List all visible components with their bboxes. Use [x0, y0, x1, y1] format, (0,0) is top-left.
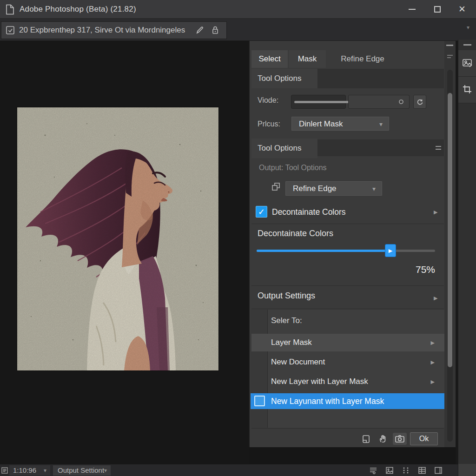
- lock-icon[interactable]: [211, 25, 220, 35]
- menu-item-label: Layer Mask: [271, 334, 312, 351]
- output-settings-header[interactable]: Output Settings: [258, 291, 315, 301]
- decontaminate-slider-heading: Decontainate Colors: [258, 229, 333, 238]
- scrollbar-track[interactable]: [447, 70, 453, 442]
- document-bar: 20 Expbrenthep 317, Sirve Ot via Mordnin…: [0, 19, 476, 41]
- menu-item-new-layer-with-layer-mask[interactable]: New Layer with Layer Mask ▶: [251, 373, 445, 390]
- doc-check-icon: [6, 26, 15, 35]
- decontaminate-label: Decontainate Colors: [272, 207, 346, 217]
- decontaminate-slider[interactable]: ▶: [257, 250, 435, 252]
- panel-scroll-strip: [444, 41, 456, 447]
- tab-mask[interactable]: Mask: [289, 50, 326, 68]
- maximize-icon: [434, 6, 441, 13]
- document-title: 20 Expbrenthep 317, Sirve Ot via Mordnin…: [19, 22, 185, 39]
- menu-item-label: New Layunant with Layer Mask: [271, 393, 384, 409]
- canvas-area[interactable]: [0, 41, 249, 464]
- toolbar-bottom-block: [458, 464, 476, 476]
- chevron-right-icon: ▶: [431, 353, 435, 371]
- caret-down-icon: ▾: [44, 465, 46, 476]
- panel-menu-dash-icon[interactable]: [446, 45, 453, 46]
- status-bar: 1:10:96 ▾ Output Settiont ▾: [0, 464, 458, 476]
- output-select[interactable]: Output Settiont ▾: [53, 465, 111, 476]
- image-properties-icon: [462, 57, 474, 69]
- chevron-right-icon[interactable]: ▶: [434, 209, 437, 215]
- output-caption: Output: Tool Options: [259, 164, 327, 172]
- menu-item-label: New Layer with Layer Mask: [271, 373, 368, 390]
- tool-options-strip: [317, 69, 444, 88]
- menu-item-layer-mask[interactable]: Layer Mask ▶: [251, 334, 445, 351]
- divider: [251, 309, 444, 309]
- refine-value: Refine Edge: [293, 181, 337, 196]
- tool-options-strip2: [317, 139, 444, 156]
- divider: [251, 428, 444, 429]
- minimize-icon: [409, 9, 416, 10]
- close-button[interactable]: ✕: [453, 0, 472, 19]
- preset-label: Prlcus:: [258, 120, 280, 128]
- tool-options-header[interactable]: Tool Options: [251, 69, 317, 88]
- collapse-icon[interactable]: [435, 145, 442, 151]
- hand-tool-icon[interactable]: [378, 434, 389, 444]
- document-artwork[interactable]: [17, 107, 218, 370]
- tool-options-title2: Tool Options: [251, 139, 317, 158]
- mode-label: Viode:: [258, 96, 278, 105]
- crop-panel-button[interactable]: [458, 77, 476, 103]
- properties-panel-button[interactable]: [458, 50, 476, 77]
- mode-input[interactable]: [348, 95, 410, 109]
- refresh-icon: [416, 99, 423, 106]
- minimize-button[interactable]: [403, 0, 422, 19]
- grid-view-icon[interactable]: [417, 466, 427, 475]
- pencil-icon[interactable]: [195, 25, 205, 35]
- docbar-chevron-icon[interactable]: ▾: [467, 24, 469, 31]
- scrollbar-thumb[interactable]: [448, 93, 452, 367]
- preset-value: Dinlert Mask: [299, 117, 343, 131]
- select-and-mask-panel: Select Mask Refine Edge Tool Options Vio…: [249, 41, 444, 447]
- photoshop-window: Adobe Photoshop (Beta) (21.82) ✕ 20 Expb…: [0, 0, 476, 476]
- refresh-button[interactable]: [413, 95, 426, 109]
- camera-button[interactable]: [393, 433, 407, 445]
- toolbar-dash-icon[interactable]: [463, 44, 471, 46]
- list-view-icon[interactable]: [369, 466, 378, 475]
- status-doc-icon: [1, 467, 8, 474]
- thumbnail-view-icon[interactable]: [385, 466, 394, 475]
- zoom-ratio-value: 1:10:96: [13, 466, 36, 474]
- chevron-right-icon: ▶: [431, 334, 435, 351]
- decon-slider-fill: [257, 250, 390, 252]
- droplet-icon: [398, 99, 404, 105]
- chevron-right-icon: ▶: [434, 295, 437, 301]
- document-tab[interactable]: 20 Expbrenthep 317, Sirve Ot via Mordnin…: [1, 21, 227, 39]
- ok-button[interactable]: Ok: [410, 432, 438, 445]
- tab-select[interactable]: Select: [251, 50, 288, 68]
- right-toolbar: [458, 40, 476, 476]
- check-icon: ✓: [258, 207, 265, 217]
- menu-item-new-document[interactable]: New Document ▶: [251, 353, 445, 371]
- dots-grid-icon[interactable]: [401, 466, 410, 475]
- menu-item-label: New Document: [271, 353, 325, 371]
- output-select-value: Output Settiont: [58, 466, 104, 474]
- maximize-button[interactable]: [428, 0, 447, 19]
- side-panel-icon[interactable]: [434, 466, 443, 475]
- tool-options-header2[interactable]: Tool Options: [251, 139, 317, 158]
- decontaminate-value: 75%: [416, 264, 435, 275]
- divider: [251, 285, 444, 286]
- caret-down-icon: ▾: [372, 182, 376, 196]
- chevron-right-icon: ▶: [431, 373, 435, 390]
- tab-refine-edge[interactable]: Refine Edge: [328, 50, 397, 68]
- tool-options-title: Tool Options: [251, 69, 317, 88]
- caret-down-icon: ▾: [379, 117, 383, 132]
- divider: [251, 224, 444, 224]
- title-bar: Adobe Photoshop (Beta) (21.82) ✕: [0, 0, 476, 19]
- close-icon: ✕: [458, 4, 466, 14]
- new-document-icon[interactable]: [361, 434, 371, 444]
- window-title: Adobe Photoshop (Beta) (21.82): [20, 0, 136, 19]
- slider-arrow-icon: ▶: [389, 248, 392, 253]
- refine-dropdown[interactable]: Refine Edge ▾: [285, 181, 383, 196]
- preset-dropdown[interactable]: Dinlert Mask ▾: [291, 116, 390, 131]
- zoom-ratio-select[interactable]: 1:10:96 ▾: [9, 465, 50, 476]
- mode-slider-bar: [294, 101, 350, 103]
- output-to-label: Seler To:: [271, 316, 302, 325]
- item-checkbox[interactable]: [254, 396, 265, 406]
- menu-item-new-layunant-with-layer-mask[interactable]: New Layunant with Layer Mask: [251, 393, 446, 409]
- layers-icon: [271, 182, 281, 192]
- decontaminate-checkbox[interactable]: ✓: [256, 206, 267, 218]
- decon-slider-thumb[interactable]: ▶: [385, 244, 396, 257]
- file-icon: [5, 4, 15, 15]
